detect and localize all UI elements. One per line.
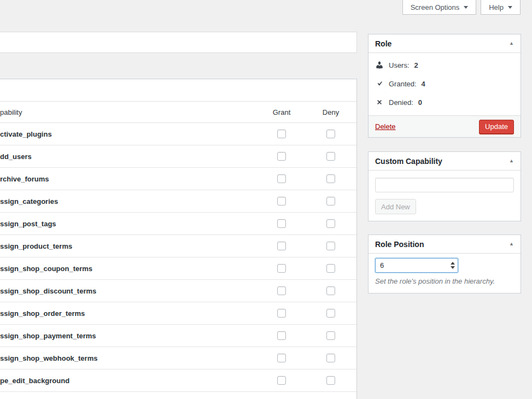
grant-cell (265, 174, 298, 183)
grant-cell (265, 286, 298, 295)
grant-cell (265, 354, 298, 362)
screen-options-button[interactable]: Screen Options (402, 0, 476, 15)
capability-row: rchive_forums (0, 168, 356, 190)
capability-row: dd_users (0, 145, 356, 168)
grant-cell (265, 130, 298, 138)
role-panel-footer: Delete Update (369, 115, 521, 137)
grant-cell (265, 309, 298, 318)
deny-checkbox[interactable] (326, 219, 335, 228)
grant-cell (265, 264, 298, 273)
help-label: Help (489, 3, 504, 11)
deny-checkbox[interactable] (326, 331, 335, 340)
deny-checkbox[interactable] (326, 264, 335, 273)
capability-name: ctivate_plugins (0, 130, 265, 138)
custom-capability-body: Add New (369, 171, 521, 221)
deny-checkbox[interactable] (326, 174, 335, 183)
capability-row: ssign_shop_payment_terms (0, 325, 356, 347)
deny-cell (314, 264, 347, 273)
granted-stat: Granted: 4 (375, 74, 514, 93)
collapse-toggle-icon[interactable]: ▲ (509, 159, 514, 163)
capability-name: ssign_shop_order_terms (0, 309, 265, 318)
deny-checkbox[interactable] (326, 130, 335, 138)
role-position-body: 6 Set the role's position in the hierarc… (369, 254, 521, 290)
deny-cell (314, 242, 347, 250)
users-stat-value: 2 (414, 61, 418, 69)
grant-checkbox[interactable] (277, 152, 286, 161)
deny-column-header: Deny (314, 108, 347, 116)
role-position-panel-title: Role Position (375, 240, 424, 249)
grant-cell (265, 242, 298, 250)
grant-checkbox[interactable] (277, 197, 286, 206)
role-position-value: 6 (376, 261, 448, 269)
grant-checkbox[interactable] (277, 354, 286, 362)
delete-role-link[interactable]: Delete (375, 122, 396, 131)
grant-checkbox[interactable] (277, 264, 286, 273)
collapse-toggle-icon[interactable]: ▲ (509, 41, 514, 46)
deny-checkbox[interactable] (326, 152, 335, 161)
grant-checkbox[interactable] (277, 376, 286, 385)
grant-checkbox[interactable] (277, 174, 286, 183)
capabilities-box-top-space (0, 79, 356, 101)
capability-row: ssign_shop_order_terms (0, 302, 356, 325)
grant-checkbox[interactable] (277, 286, 286, 295)
capability-row: ssign_post_tags (0, 213, 356, 235)
deny-checkbox[interactable] (326, 286, 335, 295)
role-name-field[interactable] (0, 32, 357, 53)
role-position-input[interactable]: 6 (375, 258, 458, 273)
users-stat: Users: 2 (375, 56, 514, 74)
role-position-hint: Set the role's position in the hierarchy… (375, 277, 514, 285)
capability-row: ssign_shop_discount_terms (0, 280, 356, 302)
deny-cell (314, 376, 347, 385)
chevron-down-icon (464, 6, 468, 9)
grant-checkbox[interactable] (277, 242, 286, 250)
capability-rows: ctivate_pluginsdd_usersrchive_forumsssig… (0, 123, 356, 392)
grant-checkbox[interactable] (277, 219, 286, 228)
capability-row: pe_edit_background (0, 369, 356, 392)
granted-stat-value: 4 (422, 80, 425, 88)
add-new-button[interactable]: Add New (375, 199, 416, 214)
deny-checkbox[interactable] (326, 354, 335, 362)
grant-checkbox[interactable] (277, 130, 286, 138)
grant-checkbox[interactable] (277, 309, 286, 318)
help-button[interactable]: Help (481, 0, 521, 15)
deny-cell (314, 219, 347, 228)
grant-column-header: Grant (265, 108, 298, 116)
grant-checkbox[interactable] (277, 331, 286, 340)
deny-checkbox[interactable] (326, 309, 335, 318)
collapse-toggle-icon[interactable]: ▲ (509, 242, 514, 247)
deny-cell (314, 174, 347, 183)
deny-cell (314, 309, 347, 318)
role-panel-body: Users: 2 Granted: 4 Denied: 0 (369, 53, 521, 114)
deny-cell (314, 197, 347, 206)
capability-name: ssign_shop_discount_terms (0, 287, 265, 295)
deny-checkbox[interactable] (326, 197, 335, 206)
number-spinner[interactable] (448, 262, 458, 269)
custom-capability-panel-title: Custom Capability (375, 157, 442, 166)
deny-cell (314, 286, 347, 295)
role-panel: Role ▲ Users: 2 Granted: 4 Denied: 0 Del… (368, 34, 521, 138)
deny-checkbox[interactable] (326, 242, 335, 250)
custom-capability-input[interactable] (375, 178, 514, 192)
denied-stat-value: 0 (418, 98, 422, 107)
grant-cell (265, 331, 298, 340)
custom-capability-panel-header[interactable]: Custom Capability ▲ (369, 152, 521, 171)
capability-row: ssign_shop_coupon_terms (0, 257, 356, 280)
update-button[interactable]: Update (479, 120, 514, 134)
deny-cell (314, 130, 347, 138)
role-panel-header[interactable]: Role ▲ (369, 34, 521, 53)
spinner-down-icon[interactable] (451, 266, 455, 269)
x-icon (375, 98, 384, 107)
capability-name: ssign_categories (0, 197, 265, 206)
grant-cell (265, 197, 298, 206)
capability-name: ssign_shop_webhook_terms (0, 354, 265, 362)
grant-cell (265, 219, 298, 228)
denied-stat-label: Denied: (389, 98, 413, 107)
capability-row: ctivate_plugins (0, 123, 356, 145)
role-position-panel-header[interactable]: Role Position ▲ (369, 235, 521, 254)
spinner-up-icon[interactable] (451, 262, 455, 265)
capability-name: ssign_product_terms (0, 242, 265, 250)
grant-cell (265, 376, 298, 385)
deny-checkbox[interactable] (326, 376, 335, 385)
capability-row: ssign_categories (0, 190, 356, 213)
capabilities-box: pability Grant Deny ctivate_pluginsdd_us… (0, 79, 357, 399)
